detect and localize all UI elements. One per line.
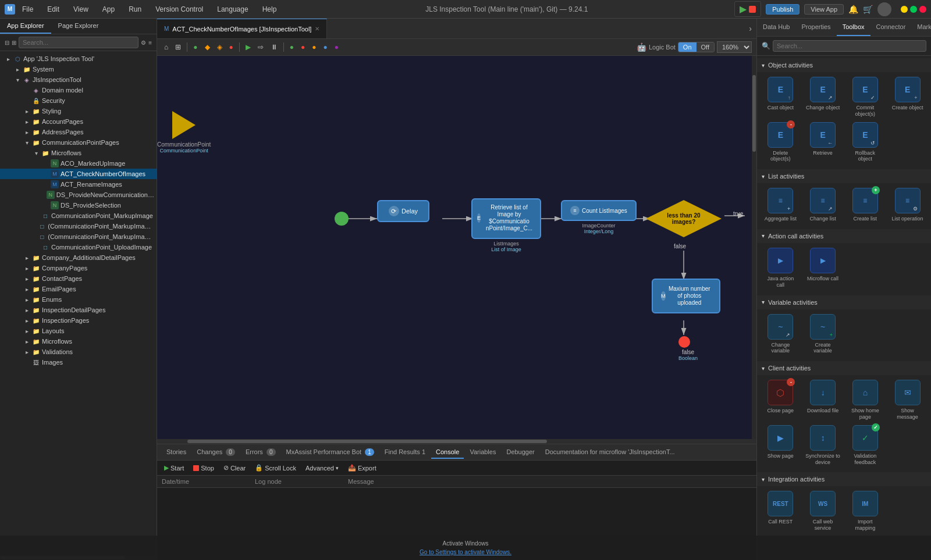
tree-item-domainmodel[interactable]: · ◈ Domain model [0, 85, 157, 95]
menu-file[interactable]: File [20, 4, 35, 15]
tab-console[interactable]: Console [431, 446, 464, 459]
tree-item-styling[interactable]: ▸ 📁 Styling [0, 106, 157, 116]
toolbar-dot-p[interactable]: ● [332, 42, 341, 52]
toolbar-dot-g[interactable]: ● [287, 42, 296, 52]
activity-java-action[interactable]: ▶ Java action call [762, 248, 799, 288]
tree-item-accountpages[interactable]: ▸ 📁 AccountPages [0, 116, 157, 127]
tree-arrow-cpp[interactable]: ▾ [23, 139, 30, 146]
toolbox-search-input[interactable] [773, 40, 926, 52]
toolbar-dot-orange[interactable]: ◆ [202, 42, 212, 52]
tree-arrow-cop2[interactable]: ▸ [23, 275, 30, 282]
activity-change-list[interactable]: ≡↗ Change list [804, 188, 842, 222]
toolbar-dot-green[interactable]: ● [191, 42, 200, 52]
console-advanced-btn[interactable]: Advanced ▾ [303, 463, 341, 473]
filter-icon[interactable]: ⚙ [141, 40, 146, 46]
activity-cast-object[interactable]: E↑ Cast object [762, 77, 799, 117]
tree-item-jls[interactable]: ▾ ◈ JlsInspectionTool [0, 74, 157, 85]
canvas-area[interactable]: CommunicationPoint CommunicationPoint ⟳ … [157, 56, 756, 439]
activity-list-operation[interactable]: ≡⚙ List operation [889, 188, 926, 222]
stop-button[interactable] [749, 6, 756, 13]
maximize-button[interactable] [910, 6, 917, 13]
activity-show-home[interactable]: ⌂ Show home page [847, 380, 884, 420]
tree-arrow-styling[interactable]: ▸ [23, 108, 30, 115]
tree-item-cp-upload[interactable]: · □ CommunicationPoint_UploadImage [0, 242, 157, 252]
section-header-list[interactable]: ▾ List activities [757, 169, 931, 183]
activity-commit-object[interactable]: E✓ Commit object(s) [847, 77, 884, 117]
tree-arrow-inspd[interactable]: ▸ [23, 306, 30, 313]
delay-node[interactable]: ⟳ Delay [377, 200, 429, 222]
activity-retrieve[interactable]: E← Retrieve [804, 122, 842, 163]
sort-icon[interactable]: ≡ [148, 40, 152, 46]
collapse-all-icon[interactable]: ⊟ [5, 40, 9, 46]
tree-item-act-check[interactable]: · M ACT_CheckNumberOfImages [0, 169, 157, 179]
tree-item-microflows-root[interactable]: ▸ 📁 Microflows [0, 336, 157, 347]
menu-edit[interactable]: Edit [45, 4, 62, 15]
view-app-button[interactable]: View App [804, 4, 844, 15]
toggle-on[interactable]: On [678, 42, 697, 52]
activity-change-object[interactable]: E↗ Change object [804, 77, 842, 117]
tree-arrow-lay[interactable]: ▸ [23, 327, 30, 334]
tab-findresults[interactable]: Find Results 1 [380, 446, 430, 459]
tree-item-cp-markup[interactable]: · □ CommunicationPoint_MarkupImage [0, 211, 157, 221]
activity-show-page[interactable]: ▶ Show page [762, 425, 799, 466]
activity-import-mapping[interactable]: IM Import mapping [847, 491, 884, 532]
section-header-integration[interactable]: ▾ Integration activities [757, 472, 931, 486]
activity-download-file[interactable]: ↓ Download file [804, 380, 842, 420]
console-export-btn[interactable]: 📤 Export [346, 463, 379, 473]
menu-run[interactable]: Run [126, 4, 144, 15]
menu-lang[interactable]: Language [215, 4, 250, 15]
tree-item-aco[interactable]: · N ACO_MarkedUpImage [0, 158, 157, 169]
close-tab-icon[interactable]: ✕ [315, 26, 319, 32]
tab-debugger[interactable]: Debugger [502, 446, 539, 459]
activity-change-variable[interactable]: ~↗ Change variable [762, 314, 799, 355]
tab-variables[interactable]: Variables [465, 446, 500, 459]
publish-button[interactable]: Publish [766, 4, 799, 15]
tree-item-emailpages[interactable]: ▸ 📁 EmailPages [0, 284, 157, 294]
tab-app-explorer[interactable]: App Explorer [0, 19, 51, 34]
toolbar-flow[interactable]: ⇨ [255, 42, 266, 52]
tree-item-microflows-sub[interactable]: ▾ 📁 Microflows [0, 148, 157, 158]
menu-app[interactable]: App [100, 4, 117, 15]
activity-create-list[interactable]: ≡ + Create list [847, 188, 884, 222]
activity-sync-device[interactable]: ↕ Synchronize to device [804, 425, 842, 466]
action-node[interactable]: M Maxium number of photos uploaded [652, 279, 720, 313]
toolbar-home[interactable]: ⌂ [162, 42, 170, 52]
tab-toolbox[interactable]: Toolbox [837, 19, 870, 36]
tab-page-explorer[interactable]: Page Explorer [51, 19, 106, 34]
tree-item-enums[interactable]: ▸ 📁 Enums [0, 294, 157, 305]
tree-arrow-mf-sub[interactable]: ▾ [33, 149, 40, 156]
toolbar-dot-orange2[interactable]: ◈ [215, 42, 225, 52]
tree-item-cpp[interactable]: ▾ 📁 CommunicationPointPages [0, 137, 157, 148]
menu-view[interactable]: View [71, 4, 91, 15]
activity-aggregate-list[interactable]: ≡+ Aggregate list [762, 188, 799, 222]
tree-item-validations[interactable]: ▸ 📁 Validations [0, 347, 157, 357]
section-header-object[interactable]: ▾ Object activities [757, 58, 931, 72]
toolbar-dot-o[interactable]: ● [310, 42, 318, 52]
activity-close-page[interactable]: ⬡ - Close page [762, 380, 799, 420]
tree-item-system[interactable]: ▸ 📁 System [0, 64, 157, 74]
tab-stories[interactable]: Stories [162, 446, 191, 459]
tab-scroll-right[interactable]: › [744, 24, 756, 33]
tree-item-addresspages[interactable]: ▸ 📁 AddressPages [0, 127, 157, 137]
tree-item-images[interactable]: · 🖼 Images [0, 357, 157, 368]
tree-arrow-jls[interactable]: ▾ [14, 76, 21, 83]
notifications-icon[interactable]: 🔔 [848, 5, 858, 14]
activity-create-variable[interactable]: ~+ Create variable [804, 314, 842, 355]
run-button[interactable]: ▶ [740, 3, 747, 15]
activity-delete-object[interactable]: E - Delete object(s) [762, 122, 799, 163]
toggle-off[interactable]: Off [697, 42, 714, 52]
toolbar-pause[interactable]: ⏸ [268, 42, 280, 52]
tree-item-inspdetail[interactable]: ▸ 📁 InspectionDetailPages [0, 305, 157, 315]
tab-documentation[interactable]: Documentation for microflow 'JlsInspecti… [541, 446, 680, 459]
activity-show-message[interactable]: ✉ Show message [889, 380, 926, 420]
tab-mxassist[interactable]: MxAssist Performance Bot 1 [282, 446, 379, 459]
tree-item-ds-sel[interactable]: · N DS_ProvideSelection [0, 200, 157, 211]
section-header-client[interactable]: ▾ Client activities [757, 361, 931, 375]
retrieve-node[interactable]: E Retrieve list of Image by $Communicati… [471, 198, 541, 252]
tree-arrow-acc[interactable]: ▸ [23, 118, 30, 125]
console-start-btn[interactable]: ▶ Start [162, 463, 186, 473]
tree-arrow-mfr[interactable]: ▸ [23, 338, 30, 345]
section-header-variable[interactable]: ▾ Variable activities [757, 295, 931, 309]
tree-item-companypages[interactable]: ▸ 📁 CompanyPages [0, 263, 157, 273]
tab-changes[interactable]: Changes 0 [192, 446, 240, 459]
